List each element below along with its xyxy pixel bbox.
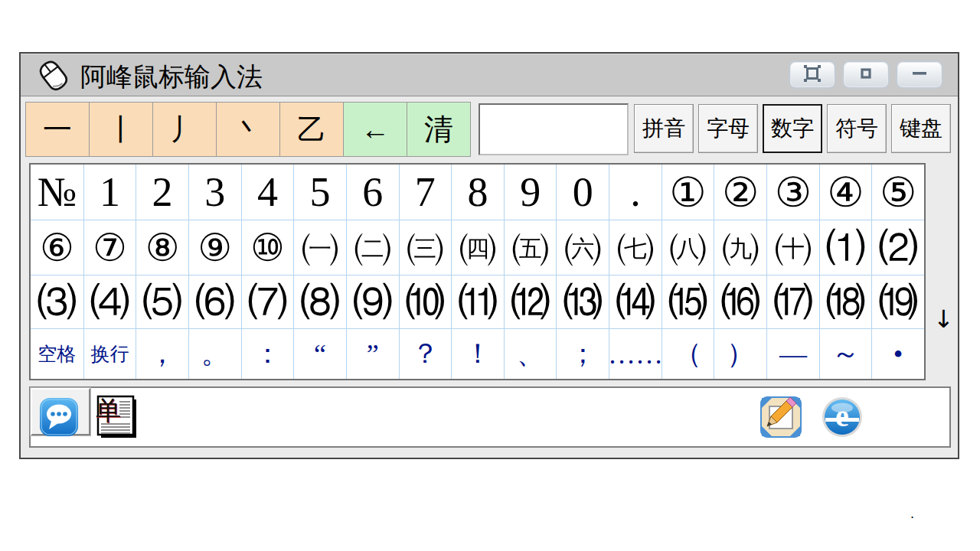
titlebar[interactable]: 阿峰鼠标输入法	[21, 54, 958, 96]
stroke-key-3[interactable]: 丿	[152, 102, 217, 157]
char-cell[interactable]: 6	[346, 165, 399, 220]
char-cell[interactable]: ⑺	[241, 276, 294, 328]
char-cell[interactable]: ㈡	[346, 220, 399, 275]
char-cell[interactable]: ⒀	[556, 276, 609, 328]
char-cell[interactable]: “	[293, 329, 346, 379]
char-cell[interactable]: ⑧	[136, 220, 188, 275]
char-cell[interactable]: ⑹	[188, 276, 241, 328]
char-cell[interactable]: .	[609, 165, 662, 220]
char-cell[interactable]: ㈧	[662, 220, 714, 275]
char-cell[interactable]: ？	[399, 329, 452, 379]
char-cell[interactable]: 2	[136, 165, 188, 220]
fullscreen-button[interactable]	[789, 60, 836, 89]
char-cell[interactable]: ⑻	[293, 276, 346, 328]
char-cell[interactable]: ⑿	[504, 276, 557, 328]
char-cell[interactable]: ⒂	[662, 276, 714, 328]
stroke-key-1[interactable]: 一	[25, 102, 90, 157]
char-cell[interactable]: ”	[346, 329, 399, 379]
char-cell[interactable]: 空格	[31, 329, 83, 379]
char-cell[interactable]: 1	[83, 165, 136, 220]
char-cell[interactable]: ⒅	[819, 276, 872, 328]
char-cell[interactable]: ⑥	[31, 220, 83, 275]
char-cell[interactable]: ～	[819, 329, 872, 379]
char-cell[interactable]: 7	[399, 165, 452, 220]
restore-button[interactable]	[842, 60, 890, 89]
restore-icon	[856, 64, 876, 86]
tab-3[interactable]: 数字	[763, 104, 822, 153]
char-cell[interactable]: ④	[819, 165, 872, 220]
char-cell[interactable]: ：	[241, 329, 294, 379]
tab-4[interactable]: 符号	[827, 104, 887, 153]
char-cell[interactable]: ⒁	[609, 276, 662, 328]
char-cell[interactable]: ③	[766, 165, 819, 220]
stroke-key-4[interactable]: 丶	[216, 102, 280, 157]
stray-dot: .	[910, 507, 914, 521]
char-cell[interactable]: 、	[504, 329, 557, 379]
char-cell[interactable]: ⑾	[451, 276, 504, 328]
char-cell[interactable]: ；	[556, 329, 609, 379]
char-cell[interactable]: ㈦	[609, 220, 662, 275]
char-cell[interactable]: 。	[188, 329, 241, 379]
char-cell[interactable]: ……	[609, 329, 662, 379]
stroke-key-row: 一丨丿丶乙←清	[25, 102, 470, 157]
char-cell[interactable]: ）	[714, 329, 766, 379]
char-cell[interactable]: ①	[662, 165, 714, 220]
char-cell[interactable]: №	[31, 165, 83, 220]
stroke-key-7[interactable]: 清	[407, 102, 471, 157]
minimize-button[interactable]	[896, 60, 943, 89]
char-cell[interactable]: ⒃	[714, 276, 766, 328]
char-cell[interactable]: ⑽	[399, 276, 452, 328]
char-cell[interactable]: 换行	[83, 329, 136, 379]
char-cell[interactable]: ㈩	[766, 220, 819, 275]
char-cell[interactable]: ⑸	[136, 276, 188, 328]
char-cell[interactable]: ⑴	[819, 220, 872, 275]
minimize-icon	[910, 64, 929, 86]
char-cell[interactable]: ㈥	[556, 220, 609, 275]
tab-5[interactable]: 键盘	[891, 104, 951, 153]
char-cell[interactable]: ⑩	[241, 220, 294, 275]
char-cell[interactable]: 0	[556, 165, 609, 220]
char-cell[interactable]: ⑦	[83, 220, 136, 275]
char-cell[interactable]: ㈤	[504, 220, 557, 275]
char-cell[interactable]: ②	[714, 165, 766, 220]
char-cell[interactable]: 8	[451, 165, 504, 220]
char-cell[interactable]: •	[871, 329, 924, 379]
char-cell[interactable]: ㈨	[714, 220, 766, 275]
grid-row-arabic-circled: №1234567890.①②③④⑤	[31, 165, 924, 220]
chat-bubble-icon[interactable]	[40, 398, 78, 436]
char-cell[interactable]: —	[766, 329, 819, 379]
char-cell[interactable]: 3	[188, 165, 241, 220]
svg-text:e: e	[835, 399, 849, 433]
grid-row-circled-ideograph: ⑥⑦⑧⑨⑩㈠㈡㈢㈣㈤㈥㈦㈧㈨㈩⑴⑵	[31, 220, 924, 275]
stroke-key-6[interactable]: ←	[343, 102, 407, 157]
mouse-icon	[36, 57, 71, 93]
tab-1[interactable]: 拼音	[634, 104, 694, 153]
char-cell[interactable]: ⑨	[188, 220, 241, 275]
char-cell[interactable]: ⑼	[346, 276, 399, 328]
stroke-key-2[interactable]: 丨	[89, 102, 153, 157]
char-cell[interactable]: ㈢	[399, 220, 452, 275]
char-cell[interactable]: （	[662, 329, 714, 379]
tab-2[interactable]: 字母	[698, 104, 758, 153]
bottom-toolbar: 单 单	[29, 386, 951, 448]
char-cell[interactable]: ！	[451, 329, 504, 379]
char-cell[interactable]: ⑶	[31, 276, 83, 328]
char-cell[interactable]: 9	[504, 165, 557, 220]
edit-pencil-icon[interactable]	[760, 396, 802, 438]
char-cell[interactable]: ⑵	[871, 220, 924, 275]
char-cell[interactable]: 4	[241, 165, 294, 220]
ie-browser-icon[interactable]: e	[822, 396, 863, 438]
ime-input[interactable]	[479, 103, 629, 155]
char-cell[interactable]: ，	[136, 329, 188, 379]
char-cell[interactable]: ㈣	[451, 220, 504, 275]
char-cell[interactable]: ⑤	[871, 165, 924, 220]
window-title: 阿峰鼠标输入法	[80, 60, 263, 95]
char-cell[interactable]: 5	[293, 165, 346, 220]
stroke-key-5[interactable]: 乙	[279, 102, 344, 157]
scroll-down-arrow[interactable]: ↓	[933, 305, 954, 334]
char-cell[interactable]: ㈠	[293, 220, 346, 275]
document-dan-icon[interactable]: 单 单	[96, 395, 138, 439]
char-cell[interactable]: ⒆	[871, 276, 924, 328]
char-cell[interactable]: ⒄	[766, 276, 819, 328]
char-cell[interactable]: ⑷	[83, 276, 136, 328]
